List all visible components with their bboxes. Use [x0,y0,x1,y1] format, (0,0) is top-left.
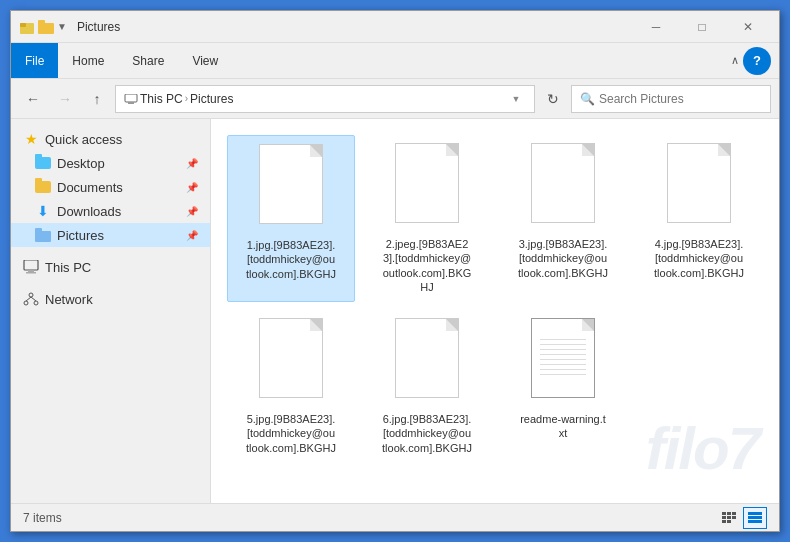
sidebar-label-quick-access: Quick access [45,132,198,147]
sidebar-item-quick-access[interactable]: ★ Quick access [11,127,210,151]
menu-file[interactable]: File [11,43,58,78]
menu-share[interactable]: Share [118,43,178,78]
svg-rect-17 [727,512,731,515]
file-item[interactable]: 3.jpg.[9B83AE23].[toddmhickey@outlook.co… [499,135,627,302]
pictures-folder-icon [35,227,51,243]
title-dropdown-arrow[interactable]: ▼ [57,21,67,32]
address-pictures: Pictures [190,92,233,106]
file-label-3: 3.jpg.[9B83AE23].[toddmhickey@outlook.co… [518,237,608,280]
sidebar-item-documents[interactable]: Documents 📌 [11,175,210,199]
title-bar: ▼ Pictures ─ □ ✕ [11,11,779,43]
svg-rect-24 [748,512,762,515]
svg-point-13 [34,301,38,305]
file-icon-3 [527,143,599,233]
pin-icon-downloads: 📌 [186,206,198,217]
svg-rect-3 [38,20,45,25]
sidebar-label-thispc: This PC [45,260,198,275]
sidebar-item-network[interactable]: Network [11,287,210,311]
svg-rect-4 [125,94,137,102]
file-label-1: 1.jpg.[9B83AE23].[toddmhickey@outlook.co… [246,238,336,281]
svg-line-15 [31,297,36,301]
address-bar[interactable]: This PC › Pictures ▼ [115,85,535,113]
status-bar: 7 items [11,503,779,531]
svg-rect-26 [748,520,762,523]
svg-rect-20 [727,516,731,519]
network-icon [23,291,39,307]
search-input[interactable] [599,92,762,106]
address-path: This PC › Pictures [124,92,233,106]
pin-icon-desktop: 📌 [186,158,198,169]
sidebar-item-downloads[interactable]: ⬇ Downloads 📌 [11,199,210,223]
svg-rect-10 [26,272,36,274]
help-button[interactable]: ? [743,47,771,75]
close-button[interactable]: ✕ [725,11,771,43]
search-box[interactable]: 🔍 [571,85,771,113]
refresh-button[interactable]: ↻ [539,85,567,113]
desktop-folder-icon [35,155,51,171]
nav-bar: ← → ↑ This PC › Pictures ▼ ↻ 🔍 [11,79,779,119]
sidebar-label-desktop: Desktop [57,156,180,171]
large-icons-view-button[interactable] [743,507,767,529]
menu-home[interactable]: Home [58,43,118,78]
minimize-button[interactable]: ─ [633,11,679,43]
sidebar-label-downloads: Downloads [57,204,180,219]
explorer-window: ▼ Pictures ─ □ ✕ File Home Share View ∧ … [10,10,780,532]
svg-rect-22 [722,520,726,523]
file-icon-4 [663,143,735,233]
svg-line-14 [26,297,31,301]
svg-rect-1 [20,23,26,27]
address-pc-icon [124,94,138,104]
list-view-button[interactable] [717,507,741,529]
title-folder-icon [38,20,54,34]
file-item[interactable]: 6.jpg.[9B83AE23].[toddmhickey@outlook.co… [363,310,491,463]
file-item[interactable]: 1.jpg.[9B83AE23].[toddmhickey@outlook.co… [227,135,355,302]
svg-rect-25 [748,516,762,519]
forward-button[interactable]: → [51,85,79,113]
file-item[interactable]: 4.jpg.[9B83AE23].[toddmhickey@outlook.co… [635,135,763,302]
file-icon-5 [255,318,327,408]
sidebar-item-thispc[interactable]: This PC [11,255,210,279]
star-icon: ★ [23,131,39,147]
sidebar-item-desktop[interactable]: Desktop 📌 [11,151,210,175]
view-icons [717,507,767,529]
file-icon-2 [391,143,463,233]
svg-point-12 [24,301,28,305]
file-item[interactable]: readme-warning.txt [499,310,627,463]
maximize-button[interactable]: □ [679,11,725,43]
sidebar-label-pictures: Pictures [57,228,180,243]
file-view[interactable]: filo7 1.jpg.[9B83AE23].[toddmhickey@outl… [211,119,779,503]
sidebar-spacer1 [11,247,210,255]
file-icon-7 [527,318,599,408]
pin-icon-pictures: 📌 [186,230,198,241]
file-label-2: 2.jpeg.[9B83AE23].[toddmhickey@outlook.c… [382,237,472,294]
search-icon: 🔍 [580,92,595,106]
svg-rect-8 [24,260,38,270]
title-controls: ─ □ ✕ [633,11,771,43]
menu-view[interactable]: View [178,43,232,78]
file-item[interactable]: 2.jpeg.[9B83AE23].[toddmhickey@outlook.c… [363,135,491,302]
files-grid: 1.jpg.[9B83AE23].[toddmhickey@outlook.co… [227,135,763,463]
pin-icon-documents: 📌 [186,182,198,193]
ribbon-toggle-icon[interactable]: ∧ [731,54,739,67]
svg-rect-9 [28,270,34,272]
quick-access-icon [19,19,35,35]
back-button[interactable]: ← [19,85,47,113]
sidebar-spacer2 [11,279,210,287]
svg-rect-19 [722,516,726,519]
svg-rect-23 [727,520,731,523]
svg-rect-21 [732,516,736,519]
file-label-6: 6.jpg.[9B83AE23].[toddmhickey@outlook.co… [382,412,472,455]
file-label-7: readme-warning.txt [518,412,608,441]
up-button[interactable]: ↑ [83,85,111,113]
main-content: ★ Quick access Desktop 📌 Documents 📌 ⬇ D… [11,119,779,503]
sidebar-item-pictures[interactable]: Pictures 📌 [11,223,210,247]
window-title: Pictures [77,20,633,34]
file-item[interactable]: 5.jpg.[9B83AE23].[toddmhickey@outlook.co… [227,310,355,463]
address-dropdown-icon[interactable]: ▼ [506,94,526,104]
file-icon-6 [391,318,463,408]
sidebar-label-documents: Documents [57,180,180,195]
downloads-icon: ⬇ [35,203,51,219]
sidebar: ★ Quick access Desktop 📌 Documents 📌 ⬇ D… [11,119,211,503]
svg-rect-16 [722,512,726,515]
pc-icon [23,259,39,275]
